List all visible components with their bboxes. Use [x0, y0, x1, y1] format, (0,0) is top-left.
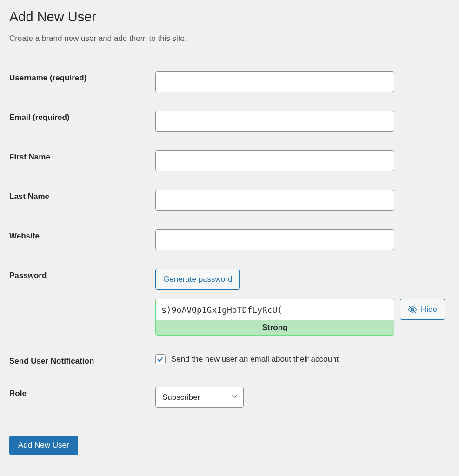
hide-password-button[interactable]: Hide: [400, 299, 445, 320]
send-notification-checkbox[interactable]: [155, 354, 166, 364]
username-input[interactable]: [155, 71, 394, 92]
generate-password-button[interactable]: Generate password: [155, 269, 240, 290]
send-notification-label: Send the new user an email about their a…: [171, 355, 339, 364]
page-title: Add New User: [9, 9, 450, 25]
password-strength-meter: Strong: [155, 320, 394, 336]
first-name-label: First Name: [9, 141, 155, 180]
username-label: Username (required): [9, 62, 155, 101]
role-label: Role: [9, 377, 155, 417]
website-input[interactable]: [155, 229, 394, 250]
check-icon: [157, 356, 164, 363]
add-new-user-button[interactable]: Add New User: [9, 436, 78, 455]
website-label: Website: [9, 220, 155, 259]
password-input[interactable]: [155, 299, 394, 320]
eye-slash-icon: [408, 305, 417, 314]
page-subtitle: Create a brand new user and add them to …: [9, 34, 450, 43]
notification-label: Send User Notification: [9, 345, 155, 377]
first-name-input[interactable]: [155, 150, 394, 171]
password-label: Password: [9, 259, 155, 345]
last-name-input[interactable]: [155, 190, 394, 211]
last-name-label: Last Name: [9, 180, 155, 220]
email-input[interactable]: [155, 111, 394, 132]
email-label: Email (required): [9, 101, 155, 141]
role-select[interactable]: Subscriber: [155, 387, 244, 408]
